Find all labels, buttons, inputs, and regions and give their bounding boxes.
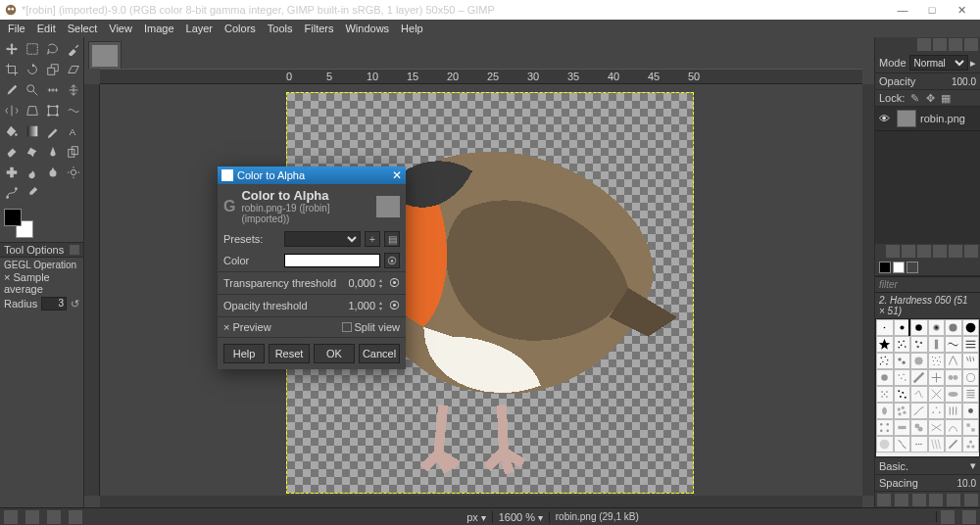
tool-airbrush[interactable] bbox=[23, 142, 42, 162]
canvas-viewport[interactable] bbox=[100, 84, 862, 496]
gradients-tab-icon[interactable] bbox=[917, 245, 931, 258]
tool-gradient[interactable] bbox=[23, 121, 42, 141]
brush-item[interactable] bbox=[876, 369, 894, 386]
brush-preset-label[interactable]: Basic. bbox=[879, 460, 970, 472]
horizontal-scrollbar[interactable] bbox=[100, 496, 862, 507]
radius-reset-icon[interactable]: ↺ bbox=[71, 298, 79, 310]
tool-path[interactable] bbox=[2, 183, 22, 203]
status-icon[interactable] bbox=[69, 510, 82, 524]
brush-item[interactable] bbox=[945, 386, 962, 403]
brush-item[interactable] bbox=[945, 336, 962, 353]
tool-options-menu-icon[interactable] bbox=[70, 245, 79, 255]
brush-item[interactable] bbox=[910, 319, 928, 336]
menu-file[interactable]: File bbox=[2, 21, 31, 36]
tool-move[interactable] bbox=[2, 39, 22, 59]
preset-add-icon[interactable]: + bbox=[365, 231, 380, 247]
tool-zoom[interactable] bbox=[23, 80, 42, 100]
fg-color-swatch[interactable] bbox=[4, 209, 22, 226]
spacing-value[interactable]: 10.0 bbox=[957, 478, 976, 489]
menu-select[interactable]: Select bbox=[62, 21, 104, 36]
brush-item[interactable] bbox=[928, 336, 946, 353]
brush-item[interactable] bbox=[894, 353, 911, 369]
tool-paintbrush[interactable] bbox=[2, 80, 22, 100]
mode-menu-icon[interactable]: ▸ bbox=[970, 57, 976, 70]
status-icon[interactable] bbox=[47, 510, 61, 524]
reset-button[interactable]: Reset bbox=[269, 344, 310, 363]
brush-item[interactable] bbox=[910, 336, 928, 353]
brush-preset-menu-icon[interactable]: ▾ bbox=[970, 459, 976, 472]
lock-position-icon[interactable]: ✥ bbox=[924, 92, 936, 104]
dialog-close-icon[interactable]: ✕ bbox=[392, 168, 402, 182]
brush-item[interactable] bbox=[962, 353, 980, 369]
layer-visibility-icon[interactable]: 👁 bbox=[879, 113, 893, 124]
brush-item[interactable] bbox=[876, 436, 894, 453]
menu-layer[interactable]: Layer bbox=[180, 21, 220, 36]
transparency-threshold-spinner[interactable] bbox=[379, 276, 389, 290]
history-tab-icon[interactable] bbox=[949, 245, 962, 258]
tool-measure[interactable] bbox=[43, 80, 63, 100]
brush-item[interactable] bbox=[894, 403, 911, 419]
brush-item[interactable] bbox=[894, 336, 911, 353]
brush-edit-icon[interactable] bbox=[877, 494, 891, 506]
brush-item[interactable] bbox=[910, 403, 928, 419]
tool-rect-select[interactable] bbox=[23, 39, 42, 59]
tool-bucket[interactable] bbox=[2, 121, 22, 141]
status-icon[interactable] bbox=[4, 510, 18, 524]
brush-item[interactable] bbox=[894, 419, 911, 436]
transparency-threshold-value[interactable]: 0,000 bbox=[348, 277, 375, 289]
blend-mode-select[interactable]: Normal bbox=[909, 55, 968, 71]
tool-cage[interactable] bbox=[43, 101, 63, 120]
opacity-picker-icon[interactable]: ⦿ bbox=[389, 300, 400, 311]
tool-flip[interactable] bbox=[2, 101, 22, 120]
tool-colorpicker[interactable] bbox=[23, 183, 42, 203]
brush-delete-icon[interactable] bbox=[929, 494, 943, 506]
brush-item[interactable] bbox=[894, 386, 911, 403]
window-close-button[interactable]: ✕ bbox=[947, 0, 976, 20]
menu-tools[interactable]: Tools bbox=[262, 21, 299, 36]
color-field[interactable] bbox=[284, 254, 380, 267]
brush-item[interactable] bbox=[928, 386, 946, 403]
split-view-checkbox[interactable]: Split view bbox=[342, 321, 400, 333]
tool-text[interactable]: A bbox=[64, 121, 83, 141]
preview-checkbox[interactable]: × Preview bbox=[223, 321, 271, 333]
brush-item[interactable] bbox=[945, 419, 962, 436]
ruler-vertical[interactable] bbox=[84, 84, 100, 496]
tool-rotate[interactable] bbox=[23, 60, 42, 79]
brush-item[interactable] bbox=[962, 436, 980, 453]
tool-pencil[interactable] bbox=[43, 121, 63, 141]
presets-select[interactable] bbox=[284, 231, 361, 247]
status-icon[interactable] bbox=[25, 510, 39, 524]
brush-item[interactable] bbox=[876, 319, 894, 336]
menu-view[interactable]: View bbox=[103, 21, 138, 36]
brush-item[interactable] bbox=[876, 403, 894, 419]
brush-item[interactable] bbox=[910, 419, 928, 436]
channels-tab-icon[interactable] bbox=[933, 38, 947, 51]
brush-item[interactable] bbox=[962, 419, 980, 436]
status-unit[interactable]: px ▾ bbox=[461, 511, 492, 523]
brush-item[interactable] bbox=[928, 369, 946, 386]
tool-warp[interactable] bbox=[64, 101, 83, 120]
panel-menu-icon[interactable] bbox=[964, 38, 978, 51]
tool-perspective[interactable] bbox=[23, 101, 42, 120]
color-swatches[interactable] bbox=[4, 209, 33, 238]
brush-item[interactable] bbox=[910, 353, 928, 369]
ok-button[interactable]: OK bbox=[314, 344, 355, 363]
window-maximize-button[interactable]: □ bbox=[917, 0, 947, 20]
brush-item[interactable] bbox=[894, 369, 911, 386]
brush-item[interactable] bbox=[945, 403, 962, 419]
preset-menu-icon[interactable]: ▤ bbox=[384, 231, 400, 247]
tool-heal[interactable] bbox=[2, 163, 22, 182]
tool-crop[interactable] bbox=[2, 60, 22, 79]
brush-item[interactable] bbox=[894, 436, 911, 453]
opacity-threshold-value[interactable]: 1,000 bbox=[348, 300, 375, 311]
brush-filter-label[interactable]: filter bbox=[875, 276, 980, 293]
menu-edit[interactable]: Edit bbox=[31, 21, 62, 36]
brush-item[interactable] bbox=[928, 353, 946, 369]
brush-item[interactable] bbox=[876, 386, 894, 403]
tool-ink[interactable] bbox=[43, 142, 63, 162]
brush-item[interactable] bbox=[910, 369, 928, 386]
brush-item[interactable] bbox=[962, 336, 980, 353]
brushes-tab-icon[interactable] bbox=[886, 245, 900, 258]
brush-item[interactable] bbox=[945, 369, 962, 386]
dialog-titlebar[interactable]: Color to Alpha ✕ bbox=[218, 167, 406, 184]
